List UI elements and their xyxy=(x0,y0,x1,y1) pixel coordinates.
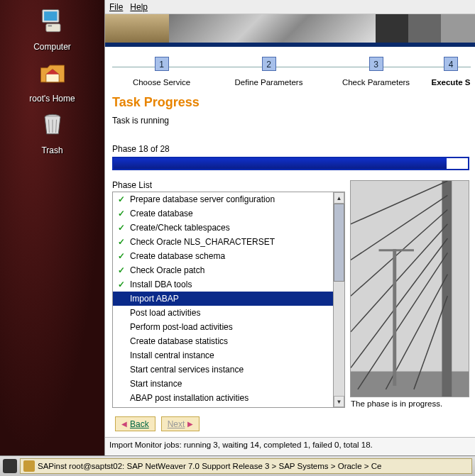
phase-item[interactable]: ✓Perform post-load activities xyxy=(113,320,333,334)
wizard-steps: 1Choose Service2Define Parameters3Check … xyxy=(105,47,475,91)
home-icon xyxy=(37,57,68,92)
computer-icon xyxy=(37,6,68,40)
svg-rect-3 xyxy=(48,26,52,27)
phase-label: Check Oracle patch xyxy=(130,265,204,275)
phase-label: Create database schema xyxy=(130,251,225,261)
phase-item[interactable]: ✓Check Oracle patch xyxy=(113,263,333,277)
home-desktop-icon[interactable]: root's Home xyxy=(29,57,75,104)
wizard-step-3[interactable]: 3Check Parameters xyxy=(322,57,430,87)
menu-help[interactable]: Help xyxy=(130,2,148,12)
phase-list-label: Phase List xyxy=(112,180,345,190)
trash-icon xyxy=(37,109,68,143)
phase-label: Install DBA tools xyxy=(130,279,192,289)
phase-label: Create database xyxy=(130,209,193,218)
phase-item[interactable]: ✓Install DBA tools xyxy=(113,277,333,292)
checkmark-icon: ✓ xyxy=(117,237,126,247)
checkmark-icon: ✓ xyxy=(117,194,126,204)
progress-image xyxy=(350,180,469,397)
phase-item[interactable]: ✓Create database statistics xyxy=(113,334,333,348)
phase-item[interactable]: ✓ABAP post installation activities xyxy=(113,391,333,405)
menu-file[interactable]: File xyxy=(109,2,123,12)
trash-desktop-icon[interactable]: Trash xyxy=(37,109,68,155)
computer-desktop-icon[interactable]: Computer xyxy=(33,6,71,52)
scrollbar[interactable]: ▲ ▼ xyxy=(333,192,344,407)
phase-list[interactable]: ✓Prepare database server configuration✓C… xyxy=(112,192,345,408)
phase-label: Post load activities xyxy=(130,308,200,318)
phase-item[interactable]: ✓Prepare database server configuration xyxy=(113,192,333,206)
phase-item[interactable]: ✓Create database xyxy=(113,206,333,221)
step-label: Check Parameters xyxy=(322,78,430,87)
phase-label: Install central instance xyxy=(130,350,214,360)
checkmark-icon: ✓ xyxy=(117,279,126,289)
taskbar[interactable]: SAPinst root@saptst02: SAP NetWeaver 7.0… xyxy=(0,455,475,476)
scroll-thumb[interactable] xyxy=(334,204,344,282)
step-label: Choose Service xyxy=(108,78,215,87)
phase-item[interactable]: ✓Create database schema xyxy=(113,249,333,263)
menubar: File Help xyxy=(105,0,475,14)
checkmark-icon: ✓ xyxy=(117,265,126,275)
svg-rect-1 xyxy=(44,11,57,21)
desktop-sidebar: Computerroot's HomeTrash xyxy=(0,0,104,455)
sapinst-window: File Help 1Choose Service2Define Paramet… xyxy=(104,0,475,455)
svg-rect-19 xyxy=(393,249,396,386)
svg-rect-2 xyxy=(45,24,60,32)
back-button[interactable]: ◀ Back xyxy=(115,416,155,431)
phase-item[interactable]: ✓Import ABAP xyxy=(113,292,333,306)
step-number: 3 xyxy=(369,57,383,71)
phase-counter: Phase 18 of 28 xyxy=(112,144,469,154)
wizard-step-2[interactable]: 2Define Parameters xyxy=(215,57,322,87)
step-number: 1 xyxy=(155,57,169,71)
start-menu-icon[interactable] xyxy=(3,459,17,473)
phase-item[interactable]: ✓Check Oracle NLS_CHARACTERSET xyxy=(113,235,333,249)
taskbar-item-sapinst[interactable]: SAPinst root@saptst02: SAP NetWeaver 7.0… xyxy=(20,458,472,474)
phase-item[interactable]: ✓Install central instance xyxy=(113,348,333,362)
phase-label: Perform post-load activities xyxy=(130,322,233,332)
step-label: Execute S xyxy=(430,78,472,87)
next-button[interactable]: Next ▶ xyxy=(161,416,200,431)
task-status-text: Task is running xyxy=(112,116,469,126)
status-bar: Import Monitor jobs: running 3, waiting … xyxy=(105,437,475,455)
phase-label: Check Oracle NLS_CHARACTERSET xyxy=(130,237,275,247)
scroll-up-button[interactable]: ▲ xyxy=(334,192,344,204)
svg-rect-20 xyxy=(379,249,414,251)
checkmark-icon: ✓ xyxy=(117,209,126,218)
phase-label: Create/Check tablespaces xyxy=(130,223,230,233)
phase-label: Create database statistics xyxy=(130,336,228,346)
sapinst-icon xyxy=(23,460,35,472)
wizard-step-4[interactable]: 4Execute S xyxy=(430,57,472,87)
step-label: Define Parameters xyxy=(215,78,322,87)
page-title: Task Progress xyxy=(112,95,469,110)
icon-label: root's Home xyxy=(29,94,75,104)
arrow-left-icon: ◀ xyxy=(121,420,127,428)
phase-item[interactable]: ✓Start central services instance xyxy=(113,362,333,377)
progress-bar xyxy=(112,157,469,170)
phase-item[interactable]: ✓Create/Check tablespaces xyxy=(113,221,333,235)
checkmark-icon: ✓ xyxy=(117,223,126,233)
phase-item[interactable]: ✓Start instance xyxy=(113,377,333,391)
phase-caption: The phase is in progress. xyxy=(350,397,469,408)
icon-label: Computer xyxy=(33,42,71,52)
phase-label: Prepare database server configuration xyxy=(130,194,275,204)
icon-label: Trash xyxy=(41,145,62,155)
checkmark-icon: ✓ xyxy=(117,251,126,261)
phase-label: Start central services instance xyxy=(130,365,244,375)
step-number: 4 xyxy=(444,57,458,71)
header-banner xyxy=(105,14,475,47)
phase-label: Import ABAP xyxy=(130,294,179,304)
wizard-step-1[interactable]: 1Choose Service xyxy=(108,57,215,87)
phase-label: ABAP post installation activities xyxy=(130,393,249,403)
scroll-down-button[interactable]: ▼ xyxy=(334,396,344,407)
step-number: 2 xyxy=(262,57,276,71)
phase-label: Start instance xyxy=(130,379,182,389)
arrow-right-icon: ▶ xyxy=(187,420,193,428)
phase-item[interactable]: ✓Post load activities xyxy=(113,306,333,320)
